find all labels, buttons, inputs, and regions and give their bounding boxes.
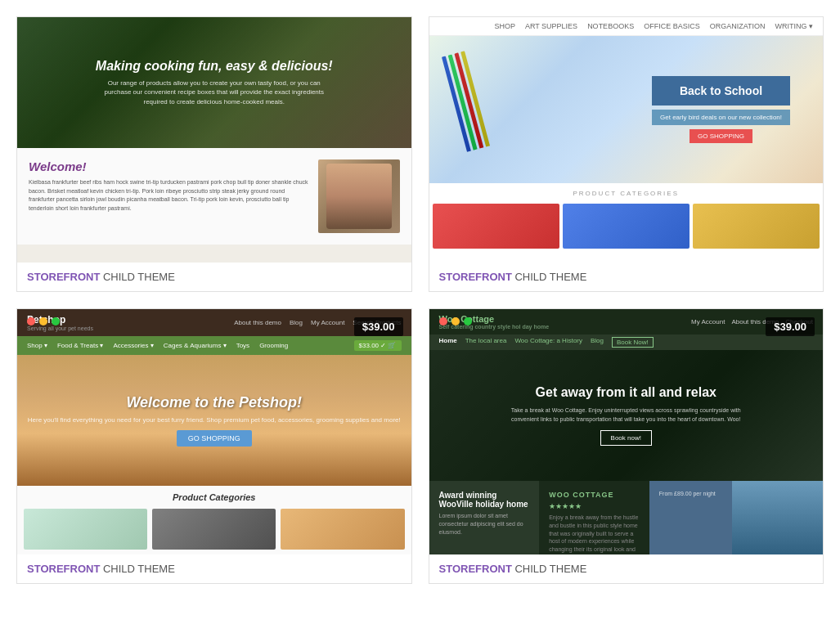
card3-cta-btn[interactable]: GO SHOPPING [177, 430, 252, 447]
card2-hero: Back to School Get early bird deals on o… [429, 36, 824, 183]
card3-nav: Shop ▾ Food & Treats ▾ Accessories ▾ Cag… [17, 336, 411, 355]
card1-child: CHILD THEME [100, 271, 175, 283]
card2-cat-red [433, 204, 559, 249]
card4-cta-btn[interactable]: Book now! [600, 430, 652, 446]
card2-hero-box: Back to School [652, 76, 790, 105]
card1-body: Welcome! Kielbasa frankfurter beef ribs … [17, 148, 411, 245]
card4-hero-title: Get away from it all and relax [503, 385, 748, 400]
card1-welcome-title: Welcome! [29, 159, 310, 173]
theme-card-1[interactable]: Making cooking fun, easy & delicious! Ou… [16, 16, 412, 292]
window-dots-3 [27, 317, 60, 325]
nav-org: ORGANIZATION [710, 22, 766, 30]
card2-categories [429, 204, 824, 252]
card4-bottom: Award winning WooVille holiday home Lore… [429, 481, 824, 554]
card4-label: STOREFRONT CHILD THEME [429, 554, 824, 583]
card1-preview: Making cooking fun, easy & delicious! Ou… [17, 17, 411, 263]
card4-award-title: Award winning WooVille holiday home [439, 491, 530, 509]
card3-child: CHILD THEME [100, 563, 175, 575]
card1-hero: Making cooking fun, easy & delicious! Ou… [17, 17, 411, 148]
theme-card-3[interactable]: $39.00 Petshop Serving all your pet need… [16, 308, 412, 584]
card2-child: CHILD THEME [512, 271, 587, 283]
card4-award-text: Lorem ipsum dolor sit amet consectetur a… [439, 512, 530, 536]
card4-preview: $39.00 Woo Cottage Self catering country… [429, 309, 824, 554]
card1-welcome-body: Kielbasa frankfurter beef ribs ham hock … [29, 178, 310, 213]
nav-writing: WRITING ▾ [775, 22, 814, 30]
card3-categories: Product Categories [17, 486, 411, 554]
card4-price-info: From £89.00 per night [649, 481, 732, 554]
cat-item-3 [281, 509, 404, 550]
nav-office: OFFICE BASICS [644, 22, 700, 30]
dot-green-4 [464, 317, 472, 325]
card2-hero-sub: Get early bird deals on our new collecti… [652, 110, 790, 125]
card4-cottage-name: WOO COTTAGE [549, 491, 640, 499]
dot-red-4 [439, 317, 447, 325]
card1-hero-subtitle: Our range of products allow you to creat… [100, 79, 329, 106]
card2-hero-overlay: Back to School Get early bird deals on o… [652, 76, 790, 143]
card4-hero-content: Get away from it all and relax Take a br… [503, 385, 748, 446]
card2-preview: SHOP ART SUPPLIES NOTEBOOKS OFFICE BASIC… [429, 17, 824, 263]
dot-yellow-4 [451, 317, 460, 325]
pencils-decoration [441, 51, 489, 151]
card3-brand: STOREFRONT [27, 563, 100, 575]
card3-preview: $39.00 Petshop Serving all your pet need… [17, 309, 411, 554]
cat-item-1 [24, 509, 147, 550]
card4-brand: STOREFRONT [439, 563, 512, 575]
nav-notebooks: NOTEBOOKS [587, 22, 634, 30]
card2-label: STOREFRONT CHILD THEME [429, 263, 824, 291]
card1-hero-title: Making cooking fun, easy & delicious! [96, 59, 333, 74]
card3-hero-title: Welcome to the Petshop! [28, 394, 401, 411]
card4-topbar: Woo Cottage Self catering country style … [429, 309, 824, 334]
card3-hero-subtitle: Here you'll find everything you need for… [28, 416, 401, 424]
card3-cats-title: Product Categories [24, 492, 405, 502]
card3-label: STOREFRONT CHILD THEME [17, 554, 411, 583]
card2-cat-yellow [693, 204, 820, 249]
card3-hero-text: Welcome to the Petshop! Here you'll find… [28, 394, 401, 447]
card3-hero: Welcome to the Petshop! Here you'll find… [17, 355, 411, 486]
card4-lake-image [732, 481, 823, 554]
card1-brand: STOREFRONT [27, 271, 100, 283]
card2-cat-blue [563, 204, 690, 249]
card2-brand: STOREFRONT [439, 271, 512, 283]
card4-price-label: From £89.00 per night [659, 491, 722, 496]
card2-nav: SHOP ART SUPPLIES NOTEBOOKS OFFICE BASIC… [429, 17, 824, 36]
card3-tagline: Serving all your pet needs [27, 325, 93, 331]
nav-shop: SHOP [494, 22, 515, 30]
price-badge-4: $39.00 [766, 317, 815, 336]
card4-stars: ★★★★★ [549, 502, 640, 510]
card2-section-title: PRODUCT CATEGORIES [429, 183, 824, 204]
dot-red-3 [27, 317, 35, 325]
card4-info: WOO COTTAGE ★★★★★ Enjoy a break away fro… [539, 481, 649, 554]
nav-art: ART SUPPLIES [525, 22, 577, 30]
window-dots-4 [439, 317, 472, 325]
card4-cottage-desc: Enjoy a break away from the hustle and b… [549, 514, 640, 554]
card1-text: Welcome! Kielbasa frankfurter beef ribs … [29, 159, 310, 233]
dot-yellow-3 [39, 317, 47, 325]
dot-green-3 [52, 317, 60, 325]
cat-item-2 [152, 509, 276, 550]
card3-topbar: Petshop Serving all your pet needs About… [17, 309, 411, 336]
theme-card-4[interactable]: $39.00 Woo Cottage Self catering country… [429, 308, 824, 584]
theme-grid: Making cooking fun, easy & delicious! Ou… [0, 0, 840, 600]
card1-label: STOREFRONT CHILD THEME [17, 263, 411, 291]
card1-image [318, 159, 400, 233]
price-badge-3: $39.00 [354, 317, 403, 336]
card3-cat-row [24, 509, 405, 550]
people-illustration [326, 164, 392, 229]
card2-cta-btn[interactable]: GO SHOPPING [690, 129, 752, 143]
card4-nav-links: Home The local area Woo Cottage: a Histo… [429, 334, 824, 350]
card4-hero-subtitle: Take a break at Woo Cottage. Enjoy unint… [503, 406, 748, 424]
card2-hero-title: Back to School [665, 84, 777, 97]
card4-hero: Get away from it all and relax Take a br… [429, 350, 824, 481]
card4-child: CHILD THEME [512, 563, 587, 575]
card4-award: Award winning WooVille holiday home Lore… [429, 481, 540, 554]
theme-card-2[interactable]: SHOP ART SUPPLIES NOTEBOOKS OFFICE BASIC… [429, 16, 824, 292]
